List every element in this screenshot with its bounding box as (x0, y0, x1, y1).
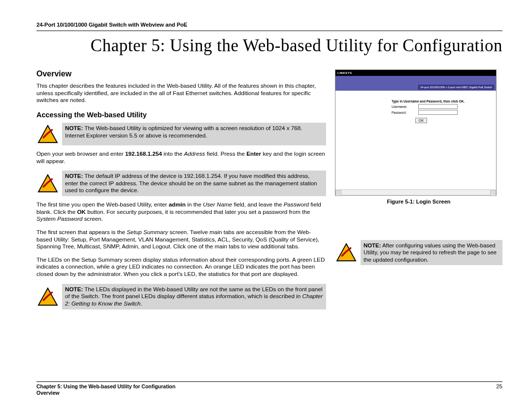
header-divider (36, 31, 502, 31)
note-resolution: NOTE: The Web-based Utility is optimized… (36, 123, 326, 145)
note-leds-text: NOTE: The LEDs displayed in the Web-base… (62, 284, 326, 309)
figure-password-label: Password: (392, 111, 415, 114)
figure-username-label: Username: (392, 105, 415, 108)
note-default-ip-text: NOTE: The default IP address of the devi… (62, 171, 326, 196)
note-resolution-text: NOTE: The Web-based Utility is optimized… (62, 123, 326, 145)
page-header-product: 24-Port 10/100/1000 Gigabit Switch with … (36, 22, 502, 28)
warning-icon (36, 171, 62, 196)
figure-password-input[interactable] (418, 110, 458, 115)
access-heading: Accessing the Web-based Utility (36, 111, 326, 119)
figure-ok-button[interactable]: OK (415, 118, 427, 123)
overview-heading: Overview (36, 69, 326, 78)
first-login-paragraph: The first time you open the Web-based Ut… (36, 201, 326, 223)
figure-caption: Figure 5-1: Login Screen (335, 199, 502, 205)
warning-icon (36, 123, 62, 145)
figure-banner-bar: 24-port 10/100/1000 + 2-port mini-GBIC G… (335, 76, 496, 91)
warning-icon (36, 284, 62, 309)
figure-brand-bar: LINKSYS (335, 70, 496, 76)
left-column: Overview This chapter describes the feat… (36, 69, 326, 314)
footer-divider (36, 381, 502, 382)
figure-prompt: Type in Username and Password, then clic… (392, 100, 491, 103)
figure-username-input[interactable] (418, 104, 458, 109)
leds-paragraph: The LEDs on the Setup Summary screen dis… (36, 256, 326, 278)
overview-paragraph: This chapter describes the features incl… (36, 82, 326, 104)
chapter-title: Chapter 5: Using the Web-based Utility f… (36, 36, 502, 56)
footer-left: Chapter 5: Using the Web-based Utility f… (36, 383, 175, 396)
login-screen-figure: LINKSYS 24-port 10/100/1000 + 2-port min… (335, 69, 497, 196)
setup-summary-paragraph: The first screen that appears is the Set… (36, 229, 326, 250)
figure-scrollbar (335, 189, 496, 195)
footer-page-number: 25 (496, 383, 502, 396)
open-browser-paragraph: Open your web browser and enter 192.168.… (36, 150, 326, 165)
figure-body: Type in Username and Password, then clic… (335, 91, 496, 150)
page-footer: Chapter 5: Using the Web-based Utility f… (36, 381, 502, 396)
note-default-ip: NOTE: The default IP address of the devi… (36, 171, 326, 196)
note-refresh-text: NOTE: After configuring values using the… (361, 240, 502, 265)
warning-icon (335, 240, 361, 265)
note-refresh: NOTE: After configuring values using the… (335, 240, 502, 265)
right-column: LINKSYS 24-port 10/100/1000 + 2-port min… (335, 69, 502, 314)
note-leds: NOTE: The LEDs displayed in the Web-base… (36, 284, 326, 309)
